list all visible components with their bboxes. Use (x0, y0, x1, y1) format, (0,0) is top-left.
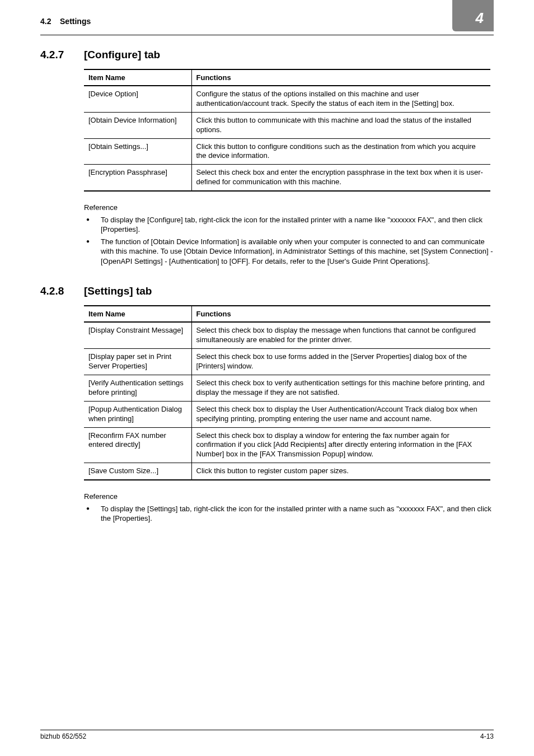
reference-label: Reference (84, 492, 494, 502)
cell-function: Click this button to configure condition… (191, 138, 490, 165)
reference-list: To display the [Settings] tab, right-cli… (84, 504, 494, 524)
reference-list: To display the [Configure] tab, right-cl… (84, 215, 494, 267)
chapter-number: 4 (476, 10, 484, 27)
table-header-functions: Functions (191, 69, 490, 86)
cell-item-name: [Display Constraint Message] (84, 322, 191, 348)
table-row: [Display paper set in Print Server Prope… (84, 349, 490, 375)
cell-item-name: [Encryption Passphrase] (84, 165, 191, 191)
cell-item-name: [Reconfirm FAX number entered directly] (84, 427, 191, 463)
section-title: [Configure] tab (84, 49, 160, 61)
cell-item-name: [Obtain Device Information] (84, 112, 191, 138)
cell-item-name: [Save Custom Size...] (84, 463, 191, 480)
header-section-ref: 4.2 Settings (40, 17, 91, 26)
table-row: [Obtain Settings...] Click this button t… (84, 138, 490, 165)
table-row: [Encryption Passphrase] Select this chec… (84, 165, 490, 191)
section-number: 4.2.8 (40, 285, 84, 297)
table-row: [Device Option] Configure the status of … (84, 86, 490, 112)
table-header-functions: Functions (191, 306, 490, 322)
cell-function: Select this check box to verify authenti… (191, 375, 490, 401)
section-heading-configure: 4.2.7 [Configure] tab (0, 35, 534, 61)
cell-item-name: [Obtain Settings...] (84, 138, 191, 165)
reference-label: Reference (84, 203, 494, 213)
page-footer: bizhub 652/552 4-13 (40, 730, 494, 740)
footer-page-number: 4-13 (480, 732, 494, 740)
footer-model: bizhub 652/552 (40, 732, 86, 740)
table-row: [Verify Authentication settings before p… (84, 375, 490, 401)
header-section-label: Settings (60, 17, 91, 26)
cell-function: Configure the status of the options inst… (191, 86, 490, 112)
cell-function: Click this button to communicate with th… (191, 112, 490, 138)
cell-function: Select this check box to use forms added… (191, 349, 490, 375)
table-row: [Popup Authentication Dialog when printi… (84, 401, 490, 427)
reference-item: The function of [Obtain Device Informati… (84, 237, 494, 267)
table-row: [Save Custom Size...] Click this button … (84, 463, 490, 480)
reference-block-configure: Reference To display the [Configure] tab… (0, 192, 534, 266)
header-section-num: 4.2 (40, 17, 51, 26)
section-heading-settings: 4.2.8 [Settings] tab (0, 268, 534, 297)
section-title: [Settings] tab (84, 285, 152, 297)
chapter-badge: 4 (452, 0, 494, 31)
reference-block-settings: Reference To display the [Settings] tab,… (0, 480, 534, 524)
cell-function: Select this check box to display a windo… (191, 427, 490, 463)
cell-item-name: [Display paper set in Print Server Prope… (84, 349, 191, 375)
reference-item: To display the [Settings] tab, right-cli… (84, 504, 494, 524)
configure-table: Item Name Functions [Device Option] Conf… (84, 69, 490, 192)
reference-item: To display the [Configure] tab, right-cl… (84, 215, 494, 235)
page-header: 4.2 Settings 4 (0, 0, 534, 31)
cell-function: Click this button to register custom pap… (191, 463, 490, 480)
cell-item-name: [Device Option] (84, 86, 191, 112)
table-row: [Obtain Device Information] Click this b… (84, 112, 490, 138)
settings-table: Item Name Functions [Display Constraint … (84, 305, 490, 480)
table-row: [Display Constraint Message] Select this… (84, 322, 490, 348)
cell-item-name: [Popup Authentication Dialog when printi… (84, 401, 191, 427)
cell-function: Select this check box to display the mes… (191, 322, 490, 348)
cell-function: Select this check box and enter the encr… (191, 165, 490, 191)
section-number: 4.2.7 (40, 49, 84, 61)
table-row: [Reconfirm FAX number entered directly] … (84, 427, 490, 463)
table-header-item-name: Item Name (84, 69, 191, 86)
cell-item-name: [Verify Authentication settings before p… (84, 375, 191, 401)
cell-function: Select this check box to display the Use… (191, 401, 490, 427)
table-header-item-name: Item Name (84, 306, 191, 322)
